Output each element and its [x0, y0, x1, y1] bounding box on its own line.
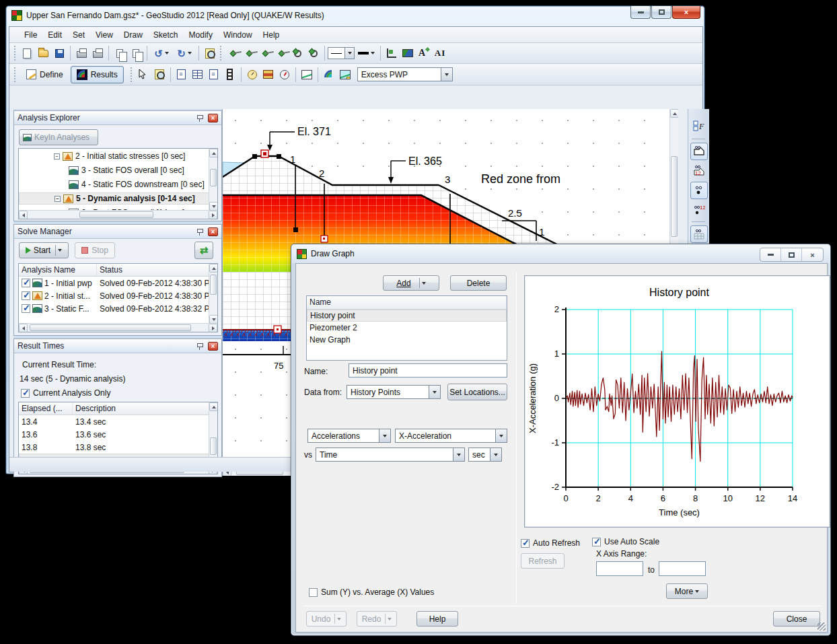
solve-checkbox[interactable] [22, 304, 30, 313]
draw-contours-button[interactable] [321, 67, 337, 83]
save-button[interactable] [51, 45, 67, 61]
redo-button[interactable]: ↻ [173, 45, 196, 61]
view-regions-button[interactable] [690, 143, 708, 160]
view-function-button[interactable]: F [690, 117, 708, 135]
pin-icon[interactable] [196, 114, 204, 122]
draw-region-points-button[interactable] [273, 45, 289, 61]
materials-button[interactable] [260, 67, 277, 83]
scroll-thumb[interactable] [210, 169, 217, 186]
tree-item[interactable]: − 2 - Initial static stresses [0 sec] [19, 150, 217, 162]
history-point-marker-mid[interactable] [321, 236, 328, 242]
close-dialog-button[interactable]: Close [773, 611, 820, 627]
column-elapsed[interactable]: Elapsed (... [19, 402, 73, 415]
scroll-thumb[interactable] [79, 211, 153, 218]
refresh-button[interactable]: Refresh [521, 553, 565, 569]
define-button[interactable]: Define [20, 66, 69, 83]
collapse-icon[interactable]: − [54, 153, 60, 159]
y-parameter-combo[interactable]: Accelerations [307, 429, 391, 443]
minimize-button[interactable] [630, 6, 651, 19]
new-button[interactable] [19, 45, 35, 61]
x-item-dropdown[interactable] [453, 448, 464, 461]
open-button[interactable] [35, 45, 51, 61]
tree-item[interactable]: 4 - Static FOS downstream [0 sec] [19, 178, 217, 190]
scroll-left-arrow[interactable] [19, 324, 28, 332]
graph-list-item-selected[interactable]: History point [307, 310, 507, 322]
dialog-titlebar[interactable]: Draw Graph [291, 244, 830, 263]
time-row[interactable]: 13.8 13.8 sec [19, 441, 217, 454]
solve-vertical-scrollbar[interactable] [209, 264, 217, 324]
menu-modify[interactable]: Modify [184, 28, 218, 42]
page-layout-button[interactable] [190, 67, 206, 83]
more-button[interactable]: More [666, 583, 708, 599]
view-mesh-button[interactable] [690, 225, 708, 243]
pin-icon[interactable] [196, 343, 204, 350]
tree-horizontal-scrollbar[interactable] [19, 210, 217, 219]
zoom-objects-button[interactable] [202, 45, 218, 61]
graph-name-input[interactable] [349, 363, 507, 378]
panel-close-button[interactable]: × [208, 227, 218, 236]
tree-item[interactable]: 3 - Static FOS overall [0 sec] [19, 164, 217, 176]
scroll-up-arrow[interactable] [209, 402, 218, 411]
contour-method-dropdown[interactable] [441, 68, 452, 81]
solve-checkbox[interactable] [22, 291, 30, 300]
use-auto-scale-checkbox[interactable]: Use Auto Scale [592, 537, 659, 546]
stop-button[interactable]: Stop [75, 242, 115, 258]
collapse-icon[interactable]: − [54, 196, 61, 202]
main-titlebar[interactable]: Upper San Fernando Dam.gsz* - GeoStudio … [6, 6, 704, 25]
draw-graph-button[interactable] [299, 67, 315, 83]
draw-arc-button[interactable] [305, 45, 322, 61]
menu-draw[interactable]: Draw [118, 28, 148, 42]
menu-view[interactable]: View [90, 28, 118, 42]
boundary-conditions-button[interactable] [277, 67, 293, 83]
help-button[interactable]: Help [416, 611, 458, 627]
solve-row[interactable]: 3 - Static F... Solved 09-Feb-2012 4:38:… [19, 302, 217, 315]
solve-manager-header[interactable]: Solve Manager × [14, 225, 221, 239]
x-unit-combo[interactable]: sec [468, 448, 502, 462]
contour-labels-button[interactable] [337, 67, 353, 83]
graph-list-item[interactable]: Piezometer 2 [307, 322, 507, 334]
results-button[interactable]: Results [71, 66, 124, 83]
history-point-marker-crest[interactable] [261, 150, 268, 157]
print-button[interactable] [73, 45, 89, 61]
scroll-thumb[interactable] [671, 156, 678, 237]
tree-vertical-scrollbar[interactable] [209, 149, 217, 211]
column-name[interactable]: Name [307, 296, 507, 309]
scroll-up-arrow[interactable] [209, 264, 218, 273]
select-cursor-button[interactable] [135, 67, 151, 83]
graph-list-item[interactable]: New Graph [307, 334, 507, 346]
scroll-up-arrow[interactable] [209, 149, 218, 157]
column-description[interactable]: Description [73, 402, 217, 415]
column-status[interactable]: Status [97, 264, 217, 276]
sum-average-checkbox[interactable]: Sum (Y) vs. Average (X) Values [309, 587, 434, 597]
undo-button-dialog[interactable]: Undo [306, 611, 347, 627]
y-parameter-dropdown[interactable] [379, 429, 390, 442]
result-times-header[interactable]: Result Times × [14, 339, 221, 353]
scroll-thumb[interactable] [210, 437, 217, 455]
close-button[interactable]: × [672, 6, 700, 19]
scroll-thumb[interactable] [210, 275, 217, 295]
toolbar-grip[interactable] [131, 67, 133, 82]
x-item-combo[interactable]: Time [316, 448, 465, 462]
line-style-dropdown[interactable] [344, 48, 354, 59]
solve-checkbox[interactable] [22, 279, 30, 287]
view-region-numbers-button[interactable]: 12 [690, 162, 708, 180]
y-item-combo[interactable]: X-Acceleration [395, 429, 507, 443]
scroll-right-arrow[interactable] [209, 324, 217, 332]
panel-close-button[interactable]: × [208, 114, 218, 122]
keyin-analyses-button[interactable]: KeyIn Analyses [19, 129, 98, 145]
notes-button[interactable] [206, 67, 222, 83]
x-unit-dropdown[interactable] [490, 448, 501, 461]
draw-regions-button[interactable] [257, 45, 273, 61]
copy-all-button[interactable] [128, 45, 144, 61]
data-from-combo[interactable]: History Points [347, 385, 441, 399]
print-selected-button[interactable] [89, 45, 106, 61]
x-range-min-input[interactable] [596, 561, 643, 576]
dialog-minimize-button[interactable] [760, 248, 781, 261]
menu-set[interactable]: Set [67, 28, 90, 42]
solve-row[interactable]: 2 - Initial st... Solved 09-Feb-2012 4:3… [19, 289, 217, 302]
draw-lines-button[interactable] [241, 45, 257, 61]
column-analysis-name[interactable]: Analysis Name [19, 264, 97, 276]
line-style-combo[interactable] [328, 47, 355, 59]
animation-button[interactable] [222, 67, 238, 83]
undo-button[interactable]: ↺ [150, 45, 173, 61]
